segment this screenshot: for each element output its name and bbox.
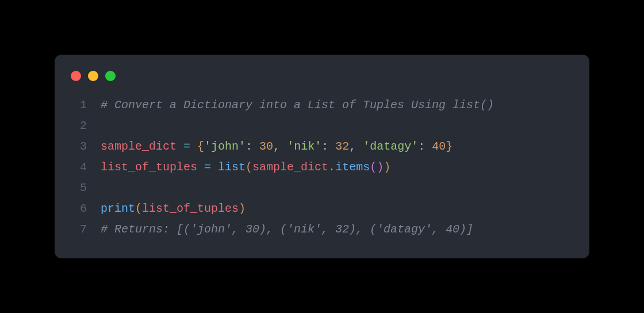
line-number: 7 [71,219,87,240]
code-window: 1 # Convert a Dictionary into a List of … [55,55,589,258]
code-line: 2 [71,116,573,136]
line-number: 3 [71,136,87,157]
comment: # Convert a Dictionary into a List of Tu… [101,95,494,116]
line-number: 2 [71,116,87,136]
minimize-icon[interactable] [88,71,98,81]
code-content: sample_dict = {'john': 30, 'nik': 32, 'd… [101,136,453,157]
code-line: 5 [71,178,573,199]
code-line: 4 list_of_tuples = list(sample_dict.item… [71,157,573,178]
code-line: 1 # Convert a Dictionary into a List of … [71,95,573,116]
line-number: 6 [71,199,87,219]
code-content: list_of_tuples = list(sample_dict.items(… [101,157,390,178]
line-number: 1 [71,95,87,116]
line-number: 5 [71,178,87,199]
comment: # Returns: [('john', 30), ('nik', 32), (… [101,219,473,240]
close-icon[interactable] [71,71,81,81]
code-line: 7 # Returns: [('john', 30), ('nik', 32),… [71,219,573,240]
code-editor: 1 # Convert a Dictionary into a List of … [55,95,589,240]
code-line: 3 sample_dict = {'john': 30, 'nik': 32, … [71,136,573,157]
code-line: 6 print(list_of_tuples) [71,199,573,219]
window-title-bar [55,71,589,95]
code-content: print(list_of_tuples) [101,199,246,219]
maximize-icon[interactable] [105,71,116,81]
line-number: 4 [71,157,87,178]
